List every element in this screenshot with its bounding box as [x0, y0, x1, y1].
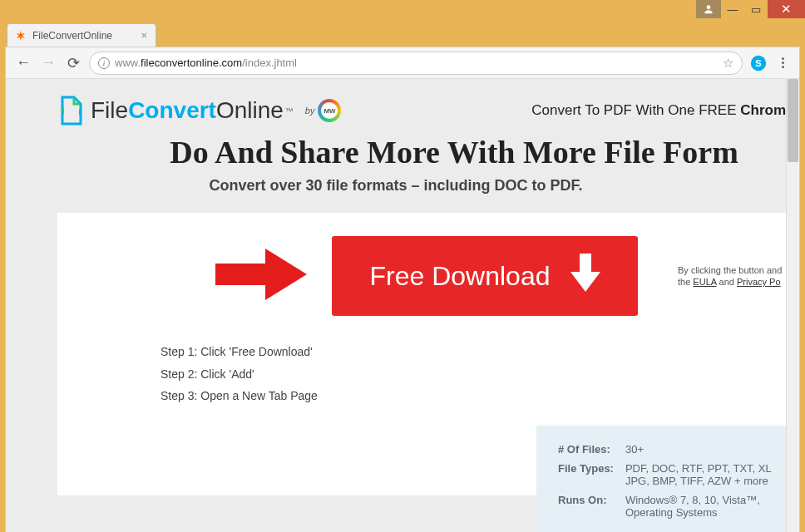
eula-link[interactable]: EULA [693, 277, 716, 287]
logo-text-online: Online [216, 97, 284, 124]
info-files-label: # Of Files: [553, 441, 619, 458]
red-arrow-icon [215, 249, 307, 303]
viewport: FileConvertOnline™ by MW Convert To PDF … [6, 79, 799, 532]
step-2: Step 2: Click 'Add' [161, 363, 786, 386]
browser-menu-button[interactable] [774, 57, 791, 68]
info-files-value: 30+ [620, 441, 778, 458]
subheadline: Convert over 30 file formats – including… [6, 177, 786, 213]
bookmark-star-icon[interactable]: ☆ [723, 56, 733, 71]
browser-toolbar: ← → ⟳ i www.fileconvertonline.com/index.… [6, 47, 799, 79]
browser-tab[interactable]: ✶ FileConvertOnline × [7, 23, 156, 47]
logo-text-file: File [91, 97, 128, 124]
download-arrow-icon [570, 254, 600, 298]
browser-frame: ← → ⟳ i www.fileconvertonline.com/index.… [5, 47, 800, 532]
page-header: FileConvertOnline™ by MW Convert To PDF … [6, 79, 786, 134]
window-titlebar: — ▭ ✕ [0, 0, 805, 20]
logo-text-convert: Convert [128, 97, 216, 124]
by-badge: by MW [305, 99, 342, 122]
forward-button[interactable]: → [39, 54, 57, 72]
free-download-button[interactable]: Free Download [332, 236, 638, 316]
site-logo[interactable]: FileConvertOnline™ [57, 96, 294, 126]
headline: Do And Share More With More File Form [122, 134, 786, 177]
minimize-button[interactable]: — [721, 0, 744, 18]
site-info-icon[interactable]: i [98, 57, 110, 69]
vertical-scrollbar[interactable]: ▲ ▼ [786, 79, 799, 532]
reload-button[interactable]: ⟳ [64, 54, 82, 72]
user-account-button[interactable] [696, 0, 721, 18]
maximize-button[interactable]: ▭ [744, 0, 768, 18]
legal-text: By clicking the button and the EULA and … [678, 264, 782, 288]
info-types-value: PDF, DOC, RTF, PPT, TXT, XL JPG, BMP, TI… [620, 460, 778, 490]
privacy-link[interactable]: Privacy Po [737, 277, 781, 287]
svg-text:S: S [755, 57, 762, 68]
favicon-icon: ✶ [16, 29, 26, 42]
tab-strip: ✶ FileConvertOnline × [0, 20, 805, 47]
mindspark-icon: MW [318, 99, 341, 122]
logo-file-icon [57, 96, 84, 126]
close-tab-button[interactable]: × [141, 29, 147, 42]
skype-extension-icon[interactable]: S [749, 54, 768, 72]
page-content: FileConvertOnline™ by MW Convert To PDF … [6, 79, 786, 532]
download-card: Free Download By clicking the button and… [57, 213, 786, 495]
close-window-button[interactable]: ✕ [768, 0, 805, 18]
info-box: # Of Files:30+ File Types:PDF, DOC, RTF,… [536, 426, 786, 532]
steps-list: Step 1: Click 'Free Download' Step 2: Cl… [161, 341, 786, 407]
tab-title: FileConvertOnline [32, 30, 112, 42]
by-label: by [305, 106, 315, 116]
browser-window: — ▭ ✕ ✶ FileConvertOnline × ← → ⟳ i www.… [0, 0, 805, 532]
download-button-label: Free Download [370, 261, 551, 292]
step-1: Step 1: Click 'Free Download' [161, 341, 786, 363]
back-button[interactable]: ← [14, 54, 32, 72]
scrollbar-thumb[interactable] [788, 79, 798, 162]
logo-tm: ™ [285, 106, 294, 116]
svg-point-0 [707, 5, 711, 9]
info-runs-value: Windows® 7, 8, 10, Vista™, Operating Sys… [620, 491, 778, 521]
address-bar[interactable]: i www.fileconvertonline.com/index.jhtml … [89, 52, 743, 75]
info-runs-label: Runs On: [553, 491, 619, 521]
info-types-label: File Types: [553, 460, 619, 490]
header-tagline: Convert To PDF With One FREE Chrom [531, 102, 786, 119]
url-text: www.fileconvertonline.com/index.jhtml [115, 57, 718, 69]
download-row: Free Download By clicking the button and… [57, 236, 786, 316]
step-3: Step 3: Open a New Tab Page [161, 385, 786, 407]
